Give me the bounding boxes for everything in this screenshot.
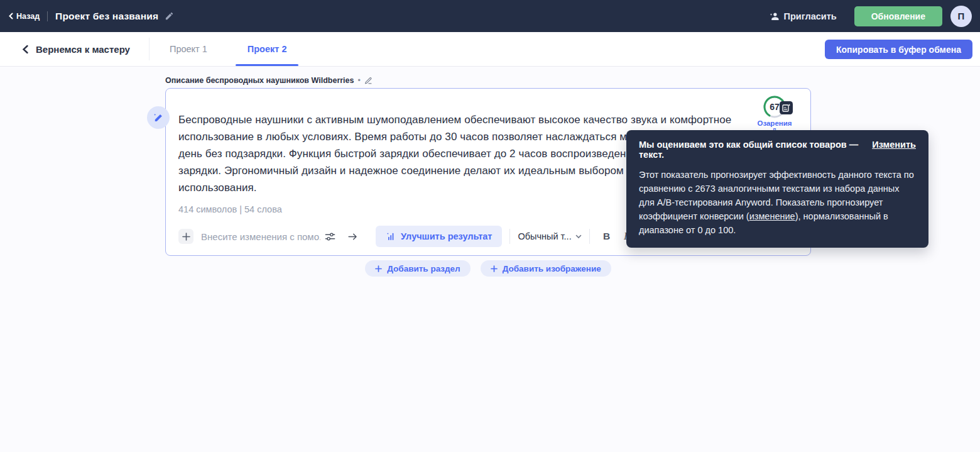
insights-icon[interactable]	[780, 101, 793, 114]
tab-project-2[interactable]: Проект 2	[227, 32, 307, 66]
document-label-row: Описание беспроводных наушников Wildberr…	[165, 76, 373, 85]
chevron-down-icon	[575, 234, 582, 239]
tooltip-conversion-link[interactable]: изменение	[749, 211, 795, 221]
user-add-icon	[768, 11, 780, 22]
topbar-right: Пригласить Обновление П	[768, 6, 972, 27]
plus-icon	[182, 233, 190, 241]
toolbar-divider	[509, 229, 510, 244]
text-style-dropdown[interactable]: Обычный т...	[518, 231, 581, 241]
back-to-wizard-label: Вернемся к мастеру	[36, 44, 130, 55]
back-button[interactable]: Назад	[8, 12, 40, 21]
improve-bars-icon	[386, 231, 396, 241]
document-title: Описание беспроводных наушников Wildberr…	[165, 76, 354, 85]
top-bar: Назад Проект без названия Пригласить Обн…	[0, 0, 980, 32]
chevron-left-icon	[8, 13, 14, 19]
tooltip-header: Мы оцениваем это как общий список товаро…	[639, 140, 916, 160]
tab-label: Проект 2	[248, 44, 287, 54]
add-image-button[interactable]: Добавить изображение	[481, 260, 611, 277]
tooltip-edit-link[interactable]: Изменить	[872, 140, 916, 150]
sub-header: Вернемся к мастеру Проект 1 Проект 2 Коп…	[0, 32, 980, 67]
edit-badge[interactable]	[147, 106, 170, 129]
avatar[interactable]: П	[950, 6, 972, 27]
plus-icon	[375, 265, 382, 272]
edit-title-pencil-icon[interactable]	[165, 11, 174, 21]
score-widget: 67 Озарения п	[751, 95, 798, 132]
text-line: Беспроводные наушники с активным шумопод…	[178, 111, 731, 128]
invite-button[interactable]: Пригласить	[768, 11, 837, 22]
tab-label: Проект 1	[170, 44, 207, 54]
add-section-label: Добавить раздел	[387, 264, 460, 273]
page-title: Проект без названия	[55, 11, 158, 22]
style-dropdown-label: Обычный т...	[518, 231, 571, 241]
pencil-sparkle-icon	[153, 112, 164, 123]
tab-project-1[interactable]: Проект 1	[150, 32, 227, 66]
tooltip-header-text: Мы оцениваем это как общий список товаро…	[639, 140, 862, 160]
toolbar-divider	[589, 229, 590, 244]
copy-to-clipboard-button[interactable]: Копировать в буфер обмена	[825, 40, 972, 59]
add-section-button[interactable]: Добавить раздел	[365, 260, 470, 277]
update-button[interactable]: Обновление	[854, 6, 942, 26]
tooltip-body: Этот показатель прогнозирует эффективнос…	[639, 168, 916, 237]
chevron-left-icon	[22, 45, 29, 54]
improve-result-button[interactable]: Улучшить результат	[376, 226, 502, 247]
label-separator-dot: •	[357, 76, 360, 85]
improve-label: Улучшить результат	[401, 231, 492, 241]
submit-arrow-button[interactable]	[344, 228, 361, 245]
score-ring[interactable]: 67	[763, 95, 787, 119]
topbar-divider	[47, 11, 48, 21]
plus-icon	[491, 265, 498, 272]
score-tooltip: Мы оцениваем это как общий список товаро…	[626, 130, 928, 248]
edit-document-title-pencil-icon[interactable]	[364, 77, 373, 85]
add-buttons-row: Добавить раздел Добавить изображение	[165, 260, 811, 277]
back-to-wizard-button[interactable]: Вернемся к мастеру	[22, 32, 130, 66]
tune-settings-button[interactable]	[322, 228, 338, 245]
invite-label: Пригласить	[784, 11, 837, 21]
add-image-label: Добавить изображение	[503, 264, 601, 273]
add-block-button[interactable]	[178, 229, 193, 244]
char-word-counter: 414 символов | 54 слова	[178, 204, 282, 214]
ai-command-input[interactable]	[201, 231, 320, 242]
back-label: Назад	[16, 12, 40, 21]
bold-button[interactable]: B	[599, 228, 615, 245]
